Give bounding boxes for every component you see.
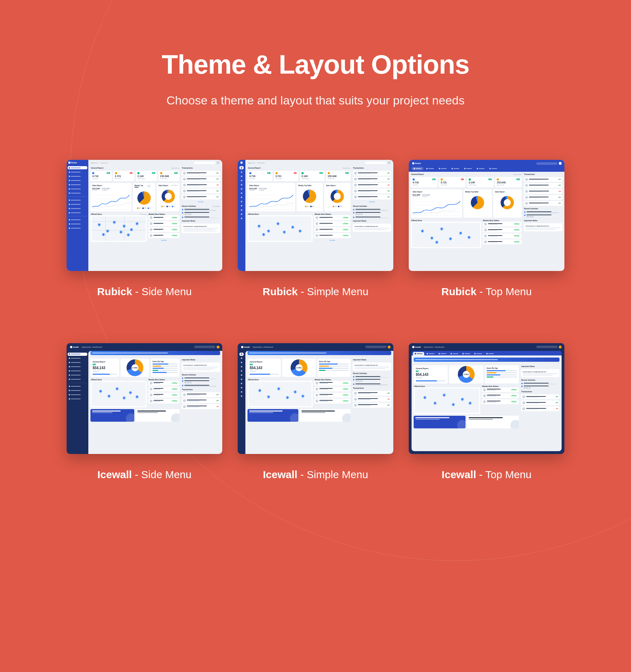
thumb-icewall-top: IcewallApplication › Dashboard: [409, 343, 564, 454]
page-title: Theme & Layout Options: [67, 49, 564, 80]
thumb-icewall-side: IcewallApplication › Dashboard: [67, 343, 222, 454]
thumb-rubick-simple: Application › Dashboard General ReportRe…: [238, 160, 393, 271]
theme-card-rubick-top[interactable]: Rubick: [409, 160, 564, 298]
theme-card-rubick-side[interactable]: Rubick: [67, 160, 222, 298]
theme-caption: Rubick - Simple Menu: [238, 286, 393, 298]
theme-card-icewall-simple[interactable]: IcewallApplication › Dashboard Gener: [238, 343, 393, 481]
thumb-icewall-simple: IcewallApplication › Dashboard Gener: [238, 343, 393, 454]
thumb-rubick-side: Rubick: [67, 160, 222, 271]
theme-caption: Icewall - Side Menu: [67, 469, 222, 481]
theme-card-icewall-top[interactable]: IcewallApplication › Dashboard: [409, 343, 564, 481]
theme-card-rubick-simple[interactable]: Application › Dashboard General ReportRe…: [238, 160, 393, 298]
page-subtitle: Choose a theme and layout that suits you…: [67, 94, 564, 107]
theme-caption: Icewall - Simple Menu: [238, 469, 393, 481]
theme-caption: Rubick - Top Menu: [409, 286, 564, 298]
sidebar-slim: [238, 160, 245, 271]
theme-card-icewall-side[interactable]: IcewallApplication › Dashboard: [67, 343, 222, 481]
thumb-rubick-top: Rubick: [409, 160, 564, 271]
topnav: Rubick: [409, 160, 564, 172]
theme-grid: Rubick: [67, 160, 564, 481]
sidebar: Rubick: [67, 160, 88, 271]
theme-caption: Rubick - Side Menu: [67, 286, 222, 298]
theme-caption: Icewall - Top Menu: [409, 469, 564, 481]
